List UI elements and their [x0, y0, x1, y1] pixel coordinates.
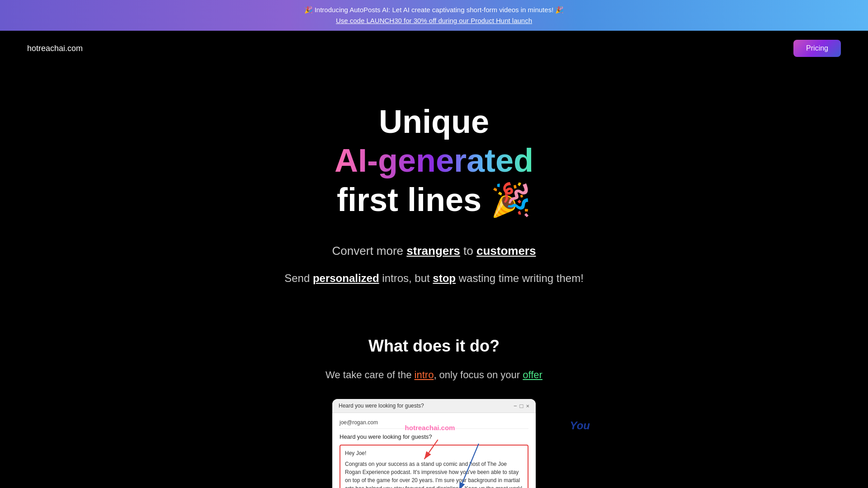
demo-greeting: Hey Joe!	[345, 449, 523, 457]
you-annotation: You	[570, 419, 590, 432]
demo-titlebar-controls: − □ ×	[514, 403, 529, 409]
demo-email-body: Hey Joe! Congrats on your success as a s…	[340, 445, 528, 488]
pricing-button[interactable]: Pricing	[793, 40, 841, 57]
subtitle1-customers: customers	[476, 244, 536, 258]
hero-line2: AI-generated	[335, 142, 533, 178]
subtitle2-personalized: personalized	[313, 272, 379, 284]
brand-watermark-text: hotreachai.com	[405, 424, 455, 432]
hero-line1: Unique	[379, 103, 489, 140]
subtitle1-strangers: strangers	[406, 244, 460, 258]
what-offer: offer	[523, 369, 542, 380]
navbar: hotreachai.com Pricing	[0, 31, 868, 66]
demo-intro-text: Congrats on your success as a stand up c…	[345, 460, 523, 488]
demo-titlebar-title: Heard you were looking for guests?	[339, 403, 424, 409]
demo-outer: Heard you were looking for guests? − □ ×…	[332, 399, 536, 488]
navbar-brand: hotreachai.com	[27, 44, 83, 53]
what-intro: intro	[415, 369, 434, 380]
subtitle2-middle: intros, but	[379, 272, 433, 284]
you-label: You	[570, 419, 590, 432]
hero-subtitle-1: Convert more strangers to customers	[9, 242, 859, 261]
what-section: What does it do? We take care of the int…	[0, 337, 868, 488]
what-prefix: We take care of the	[326, 369, 414, 380]
announcement-banner: 🎉 Introducing AutoPosts AI: Let AI creat…	[0, 0, 868, 31]
hero-line3: first lines 🎉	[337, 182, 531, 218]
subtitle1-prefix: Convert more	[332, 244, 407, 258]
what-middle: , only focus on your	[434, 369, 523, 380]
banner-link[interactable]: Use code LAUNCH30 for 30% off during our…	[336, 17, 532, 24]
subtitle2-prefix: Send	[284, 272, 313, 284]
hero-subtitle-2: Send personalized intros, but stop wasti…	[9, 270, 859, 287]
hero-section: Unique AI-generated first lines 🎉 Conver…	[0, 66, 868, 305]
close-button[interactable]: ×	[526, 403, 529, 409]
subtitle1-middle: to	[460, 244, 476, 258]
demo-subject: Heard you were looking for guests?	[340, 433, 528, 440]
brand-watermark: hotreachai.com	[405, 424, 455, 432]
hero-title: Unique AI-generated first lines 🎉	[9, 102, 859, 219]
demo-intro-box: Hey Joe! Congrats on your success as a s…	[340, 445, 528, 488]
minimize-button[interactable]: −	[514, 403, 517, 409]
subtitle2-suffix: wasting time writing them!	[456, 272, 584, 284]
demo-window: Heard you were looking for guests? − □ ×…	[332, 399, 536, 488]
demo-titlebar: Heard you were looking for guests? − □ ×	[332, 399, 536, 413]
what-subtitle: We take care of the intro, only focus on…	[0, 369, 868, 381]
demo-container: Heard you were looking for guests? − □ ×…	[0, 399, 868, 488]
maximize-button[interactable]: □	[520, 403, 524, 409]
subtitle2-stop: stop	[433, 272, 456, 284]
what-title: What does it do?	[0, 337, 868, 356]
banner-text: 🎉 Introducing AutoPosts AI: Let AI creat…	[304, 6, 564, 14]
